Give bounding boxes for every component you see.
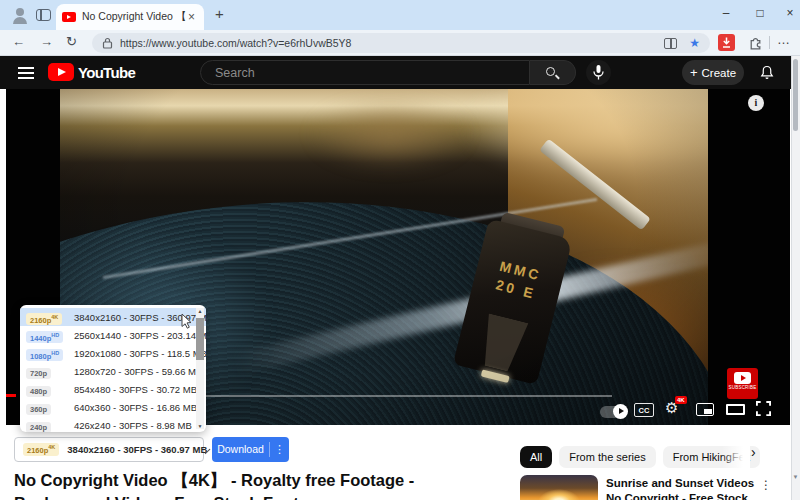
quality-option-360p[interactable]: 360p 640x360 - 30FPS - 16.86 MB (20, 398, 206, 416)
youtube-favicon (62, 12, 76, 22)
scroll-down-icon[interactable]: ▼ (196, 423, 204, 429)
fullscreen-icon[interactable] (756, 401, 771, 420)
quality-option-240p[interactable]: 240p 426x240 - 30FPS - 8.98 MB (20, 416, 206, 432)
youtube-header: YouTube Search + Create (0, 56, 800, 89)
chips-next-icon[interactable]: › (751, 444, 756, 460)
notifications-bell-icon[interactable] (758, 63, 776, 86)
download-options-icon[interactable]: ⋮ (270, 437, 289, 462)
quality-option-480p[interactable]: 480p 854x480 - 30FPS - 30.72 MB (20, 380, 206, 398)
maximize-button[interactable]: □ (750, 6, 770, 20)
browser-toolbar: ← → ↻ https://www.youtube.com/watch?v=e6… (0, 30, 800, 56)
youtube-logo[interactable]: YouTube (48, 63, 135, 81)
chips-fade (722, 444, 750, 470)
subtitles-button[interactable]: CC (634, 403, 654, 417)
address-bar[interactable]: https://www.youtube.com/watch?v=e6rhUvwB… (92, 33, 710, 53)
url-text: https://www.youtube.com/watch?v=e6rhUvwB… (120, 37, 664, 49)
settings-gear-icon[interactable]: ⚙ 4K (665, 399, 678, 417)
scroll-up-icon[interactable]: ▲ (196, 308, 204, 314)
create-button[interactable]: + Create (682, 60, 744, 85)
dropdown-scrollbar-thumb[interactable] (196, 318, 204, 360)
selected-quality-badge: 2160p4K (23, 443, 59, 456)
suggested-video-thumbnail[interactable] (520, 475, 598, 500)
tab-title: No Copyright Video 【4K】 - Royal (82, 10, 186, 24)
video-title: No Copyright Video 【4K】 - Royalty free F… (14, 469, 514, 500)
theater-mode-icon[interactable] (726, 404, 745, 415)
plus-icon: + (690, 65, 698, 80)
quality-option-2160p[interactable]: 2160p4K 3840x2160 - 30FPS - 360.97 MB (20, 308, 206, 326)
extensions-icon[interactable] (748, 35, 763, 54)
youtube-play-icon (48, 63, 74, 81)
browser-menu-icon[interactable]: … (777, 32, 791, 47)
browser-tab[interactable]: No Copyright Video 【4K】 - Royal × (56, 4, 204, 30)
chip-from-the-series[interactable]: From the series (559, 446, 655, 468)
quality-option-720p[interactable]: 720p 1280x720 - 30FPS - 59.66 MB (20, 362, 206, 380)
page-scrollbar-thumb[interactable] (793, 59, 798, 131)
autoplay-play-icon (613, 404, 628, 419)
browser-titlebar: No Copyright Video 【4K】 - Royal × + – □ … (0, 0, 800, 30)
search-icon (546, 67, 555, 76)
quality-dropdown: 2160p4K 3840x2160 - 30FPS - 360.97 MB 14… (20, 305, 206, 432)
reload-icon[interactable]: ↻ (66, 34, 77, 49)
channel-watermark-subscribe[interactable]: SUBSCRIBE (727, 368, 758, 399)
seekbar-track[interactable] (205, 395, 612, 397)
quality-option-1080p[interactable]: 1080pHD 1920x1080 - 30FPS - 118.5 MB (20, 344, 206, 362)
voice-search-button[interactable] (586, 60, 611, 85)
page-scroll-down-icon[interactable]: ▼ (791, 474, 800, 480)
quality-option-1440p[interactable]: 1440pHD 2560x1440 - 30FPS - 203.14 MB (20, 326, 206, 344)
lock-icon (102, 37, 113, 49)
split-screen-icon[interactable] (664, 38, 677, 49)
back-icon[interactable]: ← (12, 34, 25, 49)
download-button[interactable]: Download (212, 437, 269, 462)
search-placeholder: Search (215, 66, 255, 80)
workspace-icon[interactable] (36, 9, 51, 21)
downloader-extension-icon[interactable] (718, 34, 735, 51)
browser-window: No Copyright Video 【4K】 - Royal × + – □ … (0, 0, 800, 500)
microphone-icon (586, 60, 611, 85)
search-input[interactable]: Search (200, 60, 530, 85)
hamburger-menu-icon[interactable] (18, 67, 34, 79)
autoplay-toggle[interactable] (600, 406, 626, 418)
tab-close-icon[interactable]: × (188, 10, 195, 24)
watermark-play-icon (734, 372, 751, 384)
close-button[interactable]: × (780, 6, 800, 20)
chip-all[interactable]: All (520, 446, 552, 468)
new-tab-button[interactable]: + (215, 5, 224, 22)
seekbar-progress[interactable] (6, 394, 16, 397)
suggested-video-title[interactable]: Sunrise and Sunset Videos No Copyright -… (606, 476, 758, 500)
quality-badge: 4K (675, 396, 687, 404)
sunrise-art (538, 489, 580, 500)
suggested-video-menu-icon[interactable]: ⋮ (760, 478, 772, 492)
profile-icon[interactable] (12, 7, 28, 23)
miniplayer-icon[interactable] (696, 403, 714, 416)
mouse-cursor (180, 313, 194, 333)
search-button[interactable] (530, 60, 576, 85)
minimize-button[interactable]: – (716, 6, 736, 20)
download-split-button[interactable]: Download ⋮ (212, 437, 289, 462)
quality-select[interactable]: 2160p4K 3840x2160 - 30FPS - 360.97 MB (14, 437, 204, 462)
favorite-star-icon[interactable]: ★ (689, 36, 700, 50)
toolbar-divider (769, 36, 770, 49)
forward-icon[interactable]: → (40, 34, 53, 49)
info-icon[interactable]: i (748, 95, 764, 111)
